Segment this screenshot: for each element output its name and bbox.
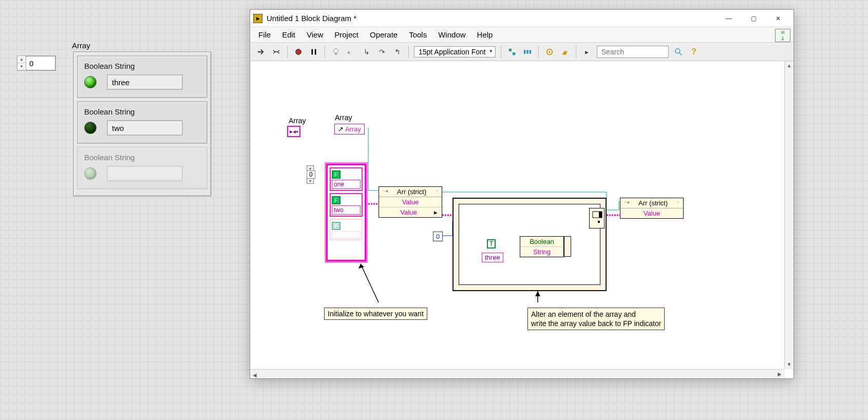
step-into-icon[interactable]: ↳ [361, 46, 372, 58]
cluster-title: Boolean String [84, 107, 200, 116]
string-const[interactable] [332, 231, 361, 238]
svg-point-0 [296, 49, 301, 54]
svg-text:⎌: ⎌ [348, 49, 351, 54]
array-element-1[interactable]: Boolean String two [77, 101, 207, 144]
menubar: File Edit View Project Operate Tools Win… [250, 27, 794, 43]
note-alter[interactable]: Alter an element of the array and write … [527, 308, 665, 330]
bundle-terminal-icon [564, 236, 571, 257]
bundle-by-name-node[interactable]: Boolean String [520, 236, 564, 257]
search-nav-icon[interactable]: ▸ [581, 46, 593, 58]
menu-file[interactable]: File [253, 29, 276, 41]
pause-icon[interactable] [308, 46, 319, 58]
prop-node-row[interactable]: Value [379, 197, 442, 207]
scroll-up-icon[interactable]: ▲ [785, 61, 794, 70]
context-help-icon[interactable]: vi1 [775, 29, 790, 42]
toolbar: ⎌ ↳ ↷ ↰ 15pt Application Font ▸ ? [250, 43, 794, 61]
run-arrow-icon[interactable] [255, 46, 267, 58]
search-input[interactable] [597, 46, 669, 58]
index-decrement-icon[interactable]: ▼ [17, 63, 26, 70]
string-input[interactable] [107, 166, 183, 181]
menu-window[interactable]: Window [433, 29, 470, 41]
retain-wire-icon[interactable]: ⎌ [346, 46, 357, 58]
cluster-index-down-icon[interactable]: ▾ [307, 179, 314, 184]
font-selector[interactable]: 15pt Application Font [414, 46, 496, 58]
svg-point-13 [675, 48, 680, 53]
array-local-label: Array [335, 113, 352, 122]
array-label: Array [72, 41, 90, 50]
search-icon[interactable] [673, 46, 684, 58]
note-line: write the array value back to FP indicat… [531, 319, 661, 328]
menu-tools[interactable]: Tools [404, 29, 432, 41]
titlebar[interactable]: ▶ Untitled 1 Block Diagram * — ▢ ✕ [250, 10, 794, 27]
boolean-led-icon[interactable] [84, 167, 97, 180]
window-title: Untitled 1 Block Diagram * [267, 14, 716, 23]
array-element-0[interactable]: Boolean String three [77, 55, 207, 98]
bool-const[interactable]: F [332, 196, 341, 204]
bool-const[interactable]: F [332, 170, 341, 179]
flat-sequence-structure[interactable]: T three Boolean String [452, 198, 607, 291]
property-node-arr-strict-1[interactable]: ▫◂Arr (strict)▫ Value Value▸ [379, 186, 442, 218]
menu-view[interactable]: View [301, 29, 328, 41]
string-const[interactable]: one [332, 180, 361, 189]
string-const[interactable]: two [332, 205, 361, 215]
note-initialize[interactable]: Initialize to whatever you want [324, 308, 427, 320]
prop-node-row[interactable]: Value▸ [379, 207, 442, 217]
run-continuous-icon[interactable] [271, 46, 282, 58]
svg-rect-4 [335, 53, 337, 54]
svg-line-14 [680, 52, 682, 55]
boolean-led-icon[interactable] [84, 76, 97, 88]
cluster-elem-2[interactable]: F [330, 219, 363, 240]
prop-node-row[interactable]: Value [620, 208, 683, 218]
array-element-2[interactable]: Boolean String [77, 147, 207, 189]
diagram-canvas[interactable]: Array ▸◂▪ Array Array ▴ 0 ▾ F one [250, 61, 794, 378]
svg-rect-8 [524, 50, 526, 53]
index-increment-icon[interactable]: ▲ [17, 56, 26, 63]
array-index-control[interactable]: ▲ ▼ [17, 55, 56, 71]
scroll-left-icon[interactable]: ◀ [250, 371, 259, 378]
reorder-icon[interactable] [544, 46, 555, 58]
string-input[interactable]: two [107, 120, 183, 136]
menu-help[interactable]: Help [472, 29, 498, 41]
prop-node-title: Arr (strict) [638, 199, 668, 207]
vertical-scrollbar[interactable]: ▲ ▼ [784, 61, 794, 369]
close-button[interactable]: ✕ [766, 11, 790, 26]
cluster-elem-0[interactable]: F one [330, 167, 363, 191]
scroll-down-icon[interactable]: ▼ [785, 360, 794, 369]
true-constant[interactable]: T [487, 239, 496, 249]
step-out-icon[interactable]: ↰ [392, 46, 403, 58]
cluster-index-up-icon[interactable]: ▴ [307, 165, 314, 170]
highlight-bulb-icon[interactable] [330, 46, 342, 58]
app-icon: ▶ [253, 14, 262, 23]
cluster-constant-array[interactable]: F one F two F [326, 164, 366, 261]
boolean-led-icon[interactable] [84, 122, 97, 134]
maximize-button[interactable]: ▢ [741, 11, 766, 26]
align-icon[interactable] [506, 46, 518, 58]
scroll-right-icon[interactable]: ▶ [775, 370, 784, 378]
step-over-icon[interactable]: ↷ [376, 46, 388, 58]
three-string-constant[interactable]: three [482, 253, 503, 262]
horizontal-scrollbar[interactable]: ◀ ▶ [250, 369, 784, 378]
array-local-variable[interactable]: Array [334, 124, 365, 135]
cleanup-icon[interactable] [559, 46, 571, 58]
replace-index-constant[interactable]: 0 [433, 232, 443, 241]
menu-edit[interactable]: Edit [277, 29, 300, 41]
array-typedef-node[interactable]: ▸◂▪ [287, 126, 300, 137]
array-index-input[interactable] [26, 56, 55, 70]
menu-project[interactable]: Project [329, 29, 364, 41]
abort-icon[interactable] [293, 46, 304, 58]
cluster-elem-1[interactable]: F two [330, 193, 363, 217]
bundle-field[interactable]: String [520, 246, 563, 257]
minimize-button[interactable]: — [716, 11, 741, 26]
cluster-title: Boolean String [84, 153, 200, 162]
string-input[interactable]: three [107, 74, 183, 90]
bundle-field[interactable]: Boolean [520, 237, 563, 246]
bool-const[interactable]: F [332, 222, 341, 230]
property-node-arr-strict-2[interactable]: ▫◂Arr (strict)▫ Value [620, 198, 684, 219]
help-icon[interactable]: ? [688, 46, 700, 58]
cluster-index-value[interactable]: 0 [307, 170, 315, 179]
menu-operate[interactable]: Operate [365, 29, 403, 41]
note-line: Alter an element of the array and [531, 310, 661, 319]
distribute-icon[interactable] [522, 46, 533, 58]
build-output-node[interactable] [589, 208, 605, 228]
svg-rect-7 [513, 52, 515, 54]
